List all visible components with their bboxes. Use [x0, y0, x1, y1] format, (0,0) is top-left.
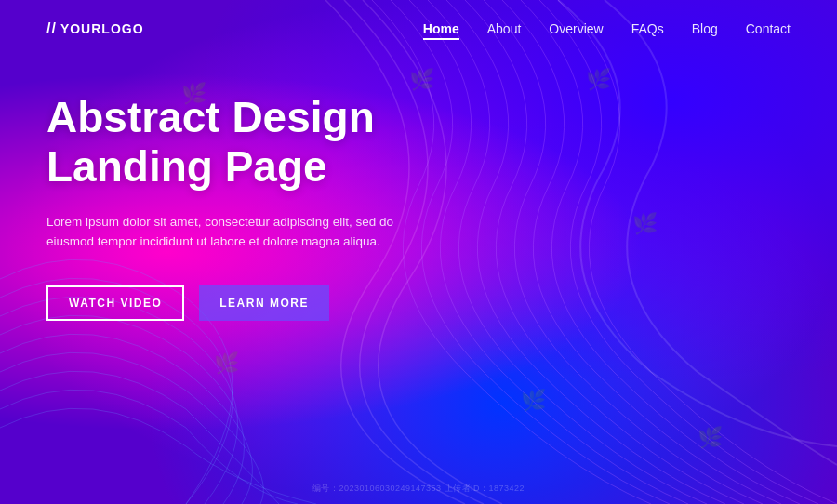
watermark: 编号：20230106030249147353 上传者ID：1873422 [312, 483, 525, 495]
nav-item-faqs[interactable]: FAQs [631, 20, 664, 37]
nav-item-contact[interactable]: Contact [746, 20, 790, 37]
deco-icon-6: 🌿 [521, 391, 546, 411]
logo-text: YOURLOGO [60, 21, 144, 36]
deco-icon-3: 🌿 [586, 70, 611, 90]
hero-buttons: WATCH VIDEO LEARN MORE [46, 285, 400, 321]
nav-item-overview[interactable]: Overview [549, 20, 603, 37]
nav-link-faqs[interactable]: FAQs [631, 21, 664, 36]
page-wrapper: 🌿 🌿 🌿 🌿 🌿 🌿 🌿 // YOURLOGO Home About Ove… [0, 0, 837, 504]
nav-link-overview[interactable]: Overview [549, 21, 603, 36]
logo: // YOURLOGO [46, 20, 144, 37]
nav-link-contact[interactable]: Contact [746, 21, 790, 36]
learn-more-button[interactable]: LEARN MORE [199, 285, 329, 321]
nav-item-blog[interactable]: Blog [692, 20, 718, 37]
navbar: // YOURLOGO Home About Overview FAQs Blo… [0, 0, 837, 37]
deco-icon-5: 🌿 [214, 353, 239, 374]
hero-title: Abstract Design Landing Page [46, 93, 400, 192]
nav-link-blog[interactable]: Blog [692, 21, 718, 36]
hero-description: Lorem ipsum dolor sit amet, consectetur … [46, 212, 400, 252]
hero-section: Abstract Design Landing Page Lorem ipsum… [0, 37, 446, 321]
nav-link-about[interactable]: About [487, 21, 522, 36]
nav-links: Home About Overview FAQs Blog Contact [423, 20, 790, 37]
deco-icon-7: 🌿 [698, 428, 723, 448]
nav-item-home[interactable]: Home [423, 20, 459, 37]
logo-slash: // [46, 20, 57, 37]
nav-item-about[interactable]: About [487, 20, 522, 37]
deco-icon-4: 🌿 [632, 214, 658, 234]
watch-video-button[interactable]: WATCH VIDEO [46, 285, 184, 321]
